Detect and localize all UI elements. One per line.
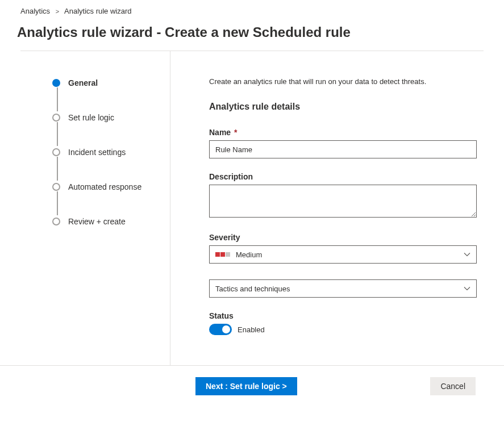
required-indicator-icon: *: [234, 128, 237, 137]
tactics-placeholder-text: Tactics and techniques: [215, 285, 290, 293]
step-general[interactable]: General: [52, 77, 159, 89]
step-label: Automated response: [68, 182, 141, 191]
main-panel: Create an analytics rule that will run o…: [170, 51, 504, 365]
severity-value-text: Medium: [236, 250, 262, 259]
severity-dropdown[interactable]: Medium: [209, 245, 477, 264]
step-label: Review + create: [68, 217, 126, 226]
status-label: Status: [209, 311, 477, 320]
step-dot-icon: [52, 218, 60, 225]
step-incident-settings[interactable]: Incident settings: [52, 147, 159, 158]
field-description: Description: [209, 172, 477, 219]
step-dot-icon: [52, 183, 60, 191]
step-dot-icon: [52, 148, 60, 156]
step-set-rule-logic[interactable]: Set rule logic: [52, 112, 159, 123]
content-area: General Set rule logic Incident settings…: [0, 51, 504, 365]
field-severity: Severity Medium Tactics and techniques: [209, 233, 477, 298]
step-dot-icon: [52, 114, 60, 122]
step-list: General Set rule logic Incident settings…: [52, 77, 159, 227]
step-connector: [57, 157, 58, 181]
tactics-dropdown[interactable]: Tactics and techniques: [209, 279, 477, 298]
description-input[interactable]: [209, 185, 477, 218]
breadcrumb-root[interactable]: Analytics: [20, 7, 50, 15]
status-toggle-row: Enabled: [209, 324, 477, 335]
breadcrumb-current: Analytics rule wizard: [64, 7, 132, 15]
step-label: General: [68, 78, 98, 87]
step-review-create[interactable]: Review + create: [52, 216, 159, 227]
step-label: Incident settings: [68, 148, 126, 157]
description-label: Description: [209, 172, 477, 181]
footer: Next : Set rule logic > Cancel: [0, 365, 504, 395]
severity-label: Severity: [209, 233, 477, 242]
field-status: Status Enabled: [209, 311, 477, 335]
name-input[interactable]: [209, 140, 477, 158]
chevron-down-icon: [464, 251, 470, 258]
step-label: Set rule logic: [68, 113, 114, 122]
name-label-text: Name: [209, 128, 231, 137]
footer-left: Next : Set rule logic >: [20, 377, 297, 395]
next-button[interactable]: Next : Set rule logic >: [195, 377, 297, 395]
severity-bars-icon: [215, 252, 230, 257]
cancel-button[interactable]: Cancel: [430, 377, 476, 395]
status-value-label: Enabled: [238, 325, 265, 334]
section-heading: Analytics rule details: [209, 102, 477, 112]
step-automated-response[interactable]: Automated response: [52, 181, 159, 193]
intro-text: Create an analytics rule that will run o…: [209, 77, 477, 86]
chevron-down-icon: [464, 285, 470, 292]
status-toggle[interactable]: [209, 324, 232, 335]
tactics-placeholder: Tactics and techniques: [215, 285, 290, 293]
step-connector: [57, 122, 58, 146]
name-label: Name *: [209, 128, 477, 137]
field-name: Name *: [209, 128, 477, 158]
chevron-right-icon: >: [56, 8, 59, 15]
breadcrumb: Analytics > Analytics rule wizard: [0, 0, 504, 19]
step-connector: [57, 191, 58, 215]
step-dot-icon: [52, 79, 60, 87]
wizard-steps-sidebar: General Set rule logic Incident settings…: [0, 51, 170, 365]
step-connector: [57, 87, 58, 111]
severity-value: Medium: [215, 250, 262, 259]
page-title: Analytics rule wizard - Create a new Sch…: [0, 19, 504, 51]
toggle-knob: [222, 325, 230, 333]
